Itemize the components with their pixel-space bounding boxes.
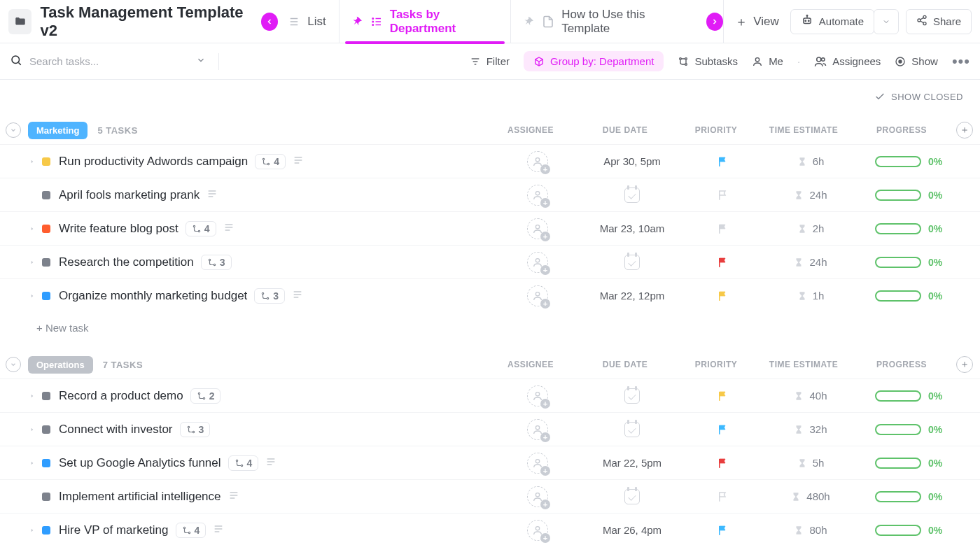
task-name[interactable]: Organize monthly marketing budget	[59, 289, 247, 303]
task-row[interactable]: Write feature blog post 4 + Mar 23, 10am…	[0, 211, 980, 245]
tab-list[interactable]: List	[278, 0, 338, 43]
expand-icon[interactable]	[29, 159, 35, 164]
subtask-count-badge[interactable]: 4	[176, 523, 206, 538]
task-name[interactable]: Connect with investor	[59, 423, 173, 437]
expand-icon[interactable]	[29, 427, 35, 432]
group-chip[interactable]: Marketing	[28, 122, 88, 139]
task-name[interactable]: Set up Google Analytics funnel	[59, 456, 221, 470]
time-estimate[interactable]: 1h	[762, 290, 860, 302]
task-name[interactable]: Research the competition	[59, 255, 194, 269]
task-name[interactable]: April fools marketing prank	[59, 188, 200, 202]
time-estimate[interactable]: 24h	[762, 256, 860, 268]
automate-dropdown[interactable]	[874, 9, 899, 34]
priority-flag[interactable]	[685, 457, 762, 469]
status-square[interactable]	[42, 526, 50, 535]
subtask-count-badge[interactable]: 3	[254, 288, 285, 304]
time-estimate[interactable]: 6h	[762, 155, 860, 167]
due-date[interactable]: Mar 23, 10am	[600, 222, 665, 234]
description-icon[interactable]	[228, 490, 239, 503]
col-header-progress[interactable]: PROGRESS	[853, 360, 951, 369]
filter-button[interactable]: Filter	[470, 55, 510, 67]
description-icon[interactable]	[223, 222, 234, 235]
progress[interactable]: 0%	[860, 525, 958, 536]
priority-flag[interactable]	[685, 490, 762, 503]
more-icon[interactable]: •••	[952, 52, 970, 71]
subtask-count-badge[interactable]: 2	[190, 388, 221, 404]
due-date[interactable]: Mar 22, 12pm	[600, 290, 665, 302]
priority-flag[interactable]	[685, 189, 762, 201]
time-estimate[interactable]: 2h	[762, 222, 860, 234]
status-square[interactable]	[42, 425, 50, 434]
status-square[interactable]	[42, 392, 50, 400]
col-header-progress[interactable]: PROGRESS	[853, 125, 951, 135]
due-date-empty[interactable]	[624, 255, 640, 270]
due-date[interactable]: Mar 22, 5pm	[603, 457, 662, 469]
assignee-empty[interactable]: +	[527, 285, 548, 306]
assignee-empty[interactable]: +	[527, 453, 548, 474]
time-estimate[interactable]: 24h	[762, 189, 860, 201]
assignee-empty[interactable]: +	[527, 486, 548, 507]
time-estimate[interactable]: 32h	[762, 423, 860, 435]
due-date-empty[interactable]	[624, 422, 640, 437]
col-header-time[interactable]: TIME ESTIMATE	[755, 360, 853, 369]
task-row[interactable]: Record a product demo 2 + 40h 0%	[0, 378, 980, 412]
progress[interactable]: 0%	[860, 290, 958, 302]
progress[interactable]: 0%	[860, 491, 958, 502]
progress[interactable]: 0%	[860, 458, 958, 469]
status-square[interactable]	[42, 225, 50, 233]
status-square[interactable]	[42, 191, 50, 199]
status-square[interactable]	[42, 258, 50, 267]
expand-icon[interactable]	[29, 293, 35, 299]
description-icon[interactable]	[293, 155, 304, 168]
col-header-due[interactable]: DUE DATE	[573, 360, 678, 369]
task-row[interactable]: Hire VP of marketing 4 + Mar 26, 4pm 80h…	[0, 513, 980, 546]
folder-icon[interactable]	[8, 9, 31, 34]
due-date[interactable]: Mar 26, 4pm	[603, 524, 662, 536]
description-icon[interactable]	[213, 523, 224, 537]
col-header-priority[interactable]: PRIORITY	[678, 360, 755, 369]
subtask-count-badge[interactable]: 3	[201, 255, 232, 270]
progress[interactable]: 0%	[860, 424, 958, 435]
progress[interactable]: 0%	[860, 190, 958, 201]
assignee-empty[interactable]: +	[527, 385, 548, 406]
task-row[interactable]: Set up Google Analytics funnel 4 + Mar 2…	[0, 446, 980, 479]
task-row[interactable]: April fools marketing prank + 24h 0%	[0, 178, 980, 211]
subtask-count-badge[interactable]: 4	[228, 455, 259, 471]
show-closed-toggle[interactable]: SHOW CLOSED	[0, 80, 980, 113]
task-row[interactable]: Run productivity Adwords campaign 4 + Ap…	[0, 144, 980, 178]
assignee-empty[interactable]: +	[527, 252, 548, 273]
add-view-button[interactable]: ＋ View	[723, 0, 790, 43]
col-header-assignee[interactable]: ASSIGNEE	[489, 360, 573, 369]
col-header-assignee[interactable]: ASSIGNEE	[489, 125, 573, 135]
collapse-group-button[interactable]	[6, 357, 21, 372]
show-button[interactable]: Show	[895, 55, 938, 67]
priority-flag[interactable]	[685, 155, 762, 168]
status-square[interactable]	[42, 292, 50, 300]
expand-icon[interactable]	[29, 226, 35, 232]
col-header-time[interactable]: TIME ESTIMATE	[755, 125, 853, 135]
progress[interactable]: 0%	[860, 257, 958, 268]
add-column-button[interactable]: ＋	[956, 356, 973, 373]
priority-flag[interactable]	[685, 423, 762, 436]
assignees-button[interactable]: Assignees	[814, 55, 881, 68]
due-date-empty[interactable]	[624, 388, 640, 404]
expand-icon[interactable]	[29, 460, 35, 466]
expand-icon[interactable]	[29, 393, 35, 399]
subtask-count-badge[interactable]: 4	[186, 221, 216, 236]
task-row[interactable]: Connect with investor 3 + 32h 0%	[0, 412, 980, 446]
collapse-group-button[interactable]	[6, 122, 21, 138]
page-title[interactable]: Task Management Template v2	[40, 3, 248, 40]
task-name[interactable]: Implement artificial intelligence	[59, 490, 221, 504]
me-button[interactable]: Me	[752, 55, 783, 67]
time-estimate[interactable]: 40h	[762, 390, 860, 402]
subtask-count-badge[interactable]: 3	[180, 422, 211, 437]
expand-icon[interactable]	[29, 528, 35, 533]
assignee-empty[interactable]: +	[527, 151, 548, 172]
priority-flag[interactable]	[685, 524, 762, 537]
new-task-button[interactable]: + New task	[0, 312, 980, 334]
task-row[interactable]: Organize monthly marketing budget 3 + Ma…	[0, 278, 980, 312]
task-name[interactable]: Write feature blog post	[59, 222, 178, 236]
search-wrap[interactable]	[10, 54, 206, 69]
description-icon[interactable]	[206, 188, 218, 201]
search-input[interactable]	[29, 55, 169, 67]
